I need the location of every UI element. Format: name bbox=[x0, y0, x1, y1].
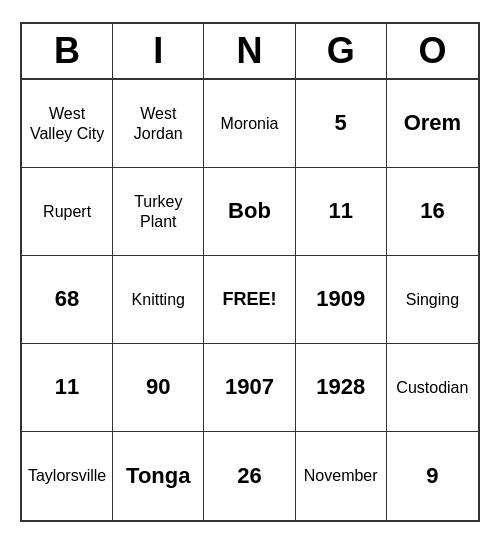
cell-r2-c2: FREE! bbox=[204, 256, 295, 344]
cell-r2-c0: 68 bbox=[22, 256, 113, 344]
cell-r4-c0: Taylorsville bbox=[22, 432, 113, 520]
header-letter-o: O bbox=[387, 24, 478, 78]
cell-r1-c1: Turkey Plant bbox=[113, 168, 204, 256]
bingo-card: BINGO West Valley CityWest JordanMoronia… bbox=[20, 22, 480, 522]
cell-r2-c3: 1909 bbox=[296, 256, 387, 344]
cell-r3-c3: 1928 bbox=[296, 344, 387, 432]
cell-r1-c0: Rupert bbox=[22, 168, 113, 256]
cell-r3-c2: 1907 bbox=[204, 344, 295, 432]
cell-r3-c0: 11 bbox=[22, 344, 113, 432]
cell-r2-c1: Knitting bbox=[113, 256, 204, 344]
bingo-header: BINGO bbox=[22, 24, 478, 80]
cell-r4-c4: 9 bbox=[387, 432, 478, 520]
header-letter-b: B bbox=[22, 24, 113, 78]
cell-r0-c4: Orem bbox=[387, 80, 478, 168]
cell-r4-c3: November bbox=[296, 432, 387, 520]
cell-r4-c1: Tonga bbox=[113, 432, 204, 520]
cell-r1-c4: 16 bbox=[387, 168, 478, 256]
cell-r4-c2: 26 bbox=[204, 432, 295, 520]
cell-r0-c0: West Valley City bbox=[22, 80, 113, 168]
bingo-grid: West Valley CityWest JordanMoronia5OremR… bbox=[22, 80, 478, 520]
cell-r2-c4: Singing bbox=[387, 256, 478, 344]
header-letter-i: I bbox=[113, 24, 204, 78]
cell-r3-c4: Custodian bbox=[387, 344, 478, 432]
cell-r0-c2: Moronia bbox=[204, 80, 295, 168]
cell-r1-c2: Bob bbox=[204, 168, 295, 256]
cell-r0-c3: 5 bbox=[296, 80, 387, 168]
cell-r1-c3: 11 bbox=[296, 168, 387, 256]
header-letter-n: N bbox=[204, 24, 295, 78]
cell-r0-c1: West Jordan bbox=[113, 80, 204, 168]
cell-r3-c1: 90 bbox=[113, 344, 204, 432]
header-letter-g: G bbox=[296, 24, 387, 78]
